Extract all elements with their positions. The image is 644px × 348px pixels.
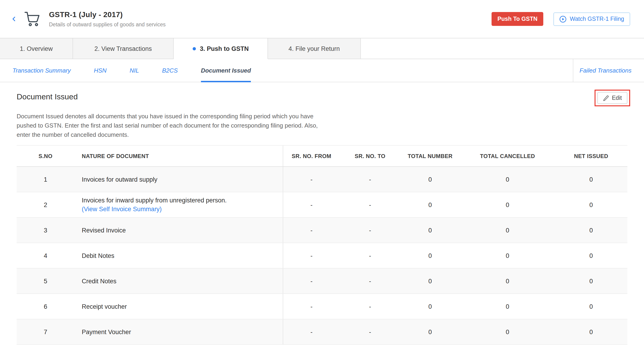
col-sno: S.NO (17, 145, 74, 167)
step-tabs-filler (361, 38, 644, 59)
tab-view-transactions[interactable]: 2. View Transactions (73, 38, 174, 59)
section-head: Document Issued Edit (0, 82, 644, 106)
sno-cell: 1 (17, 167, 74, 192)
sr-no-to-cell: - (340, 217, 400, 243)
net-issued-cell: 0 (555, 217, 627, 243)
push-to-gstn-button[interactable]: Push To GSTN (492, 12, 544, 26)
watch-gstr1-filing-button[interactable]: Watch GSTR-1 Filing (554, 12, 630, 26)
nature-text: Debit Notes (82, 252, 282, 259)
tab-label: 3. Push to GSTN (200, 45, 249, 52)
total-cancelled-cell: 0 (460, 167, 555, 192)
subtab-hsn[interactable]: HSN (94, 59, 106, 82)
total-cancelled-cell: 0 (460, 192, 555, 217)
subtab-list: Transaction Summary HSN NIL B2CS Documen… (0, 59, 251, 82)
subtab-label: B2CS (162, 67, 178, 74)
tab-label: 2. View Transactions (94, 45, 152, 52)
total-number-cell: 0 (400, 319, 460, 344)
nature-text: Invoices for inward supply from unregist… (82, 197, 282, 204)
active-step-dot (192, 47, 196, 50)
table-row: 2 Invoices for inward supply from unregi… (17, 192, 627, 217)
watch-button-label: Watch GSTR-1 Filing (570, 16, 624, 22)
nature-cell: Credit Notes (74, 268, 283, 294)
sr-no-from-cell: - (283, 268, 340, 294)
nature-cell: Debit Notes (74, 243, 283, 268)
sr-no-to-cell: - (340, 268, 400, 294)
sno-cell: 2 (17, 192, 74, 217)
title-block: GSTR-1 (July - 2017) Details of outward … (49, 11, 166, 27)
nature-cell: Invoices for outward supply (74, 167, 283, 192)
gstr1-page: GSTR-1 (July - 2017) Details of outward … (0, 0, 644, 348)
total-number-cell: 0 (400, 294, 460, 319)
total-cancelled-cell: 0 (460, 243, 555, 268)
failed-transactions-link[interactable]: Failed Transactions (572, 59, 644, 82)
total-cancelled-cell: 0 (460, 294, 555, 319)
col-sr-no-to: SR. NO. TO (340, 145, 400, 167)
nature-text: Payment Voucher (82, 328, 282, 335)
subtab-label: Transaction Summary (12, 67, 71, 74)
sr-no-to-cell: - (340, 243, 400, 268)
section-title: Document Issued (17, 90, 78, 102)
view-self-invoice-link[interactable]: (View Self Invoice Summary) (82, 206, 162, 213)
total-cancelled-cell: 0 (460, 319, 555, 344)
table-row: 1 Invoices for outward supply - - 0 0 0 (17, 167, 627, 192)
sr-no-from-cell: - (283, 243, 340, 268)
net-issued-cell: 0 (555, 167, 627, 192)
sno-cell: 3 (17, 217, 74, 243)
back-button[interactable] (10, 15, 18, 23)
tab-label: 1. Overview (20, 45, 53, 52)
document-table-body: 1 Invoices for outward supply - - 0 0 0 … (17, 167, 627, 344)
sno-cell: 4 (17, 243, 74, 268)
header-actions: Push To GSTN Watch GSTR-1 Filing (492, 12, 630, 26)
edit-button[interactable]: Edit (598, 92, 627, 104)
sr-no-to-cell: - (340, 319, 400, 344)
subtab-nil[interactable]: NIL (130, 59, 139, 82)
total-cancelled-cell: 0 (460, 217, 555, 243)
total-number-cell: 0 (400, 217, 460, 243)
col-total-cancelled: TOTAL CANCELLED (460, 145, 555, 167)
sr-no-to-cell: - (340, 294, 400, 319)
chevron-left-icon (10, 15, 18, 23)
report-subtabs: Transaction Summary HSN NIL B2CS Documen… (0, 59, 644, 82)
tab-file-your-return[interactable]: 4. File your Return (268, 38, 361, 59)
subtab-document-issued[interactable]: Document Issued (201, 59, 251, 82)
nature-text: Revised Invoice (82, 227, 282, 234)
total-number-cell: 0 (400, 192, 460, 217)
nature-text: Invoices for outward supply (82, 176, 282, 183)
col-total-number: TOTAL NUMBER (400, 145, 460, 167)
edit-button-highlight: Edit (595, 90, 630, 106)
total-number-cell: 0 (400, 268, 460, 294)
table-header: S.NO NATURE OF DOCUMENT SR. NO. FROM SR.… (17, 145, 627, 167)
nature-cell: Payment Voucher (74, 319, 283, 344)
table-row: 7 Payment Voucher - - 0 0 0 (17, 319, 627, 344)
step-tabs: 1. Overview 2. View Transactions 3. Push… (0, 38, 644, 59)
net-issued-cell: 0 (555, 268, 627, 294)
document-issued-table: S.NO NATURE OF DOCUMENT SR. NO. FROM SR.… (17, 145, 627, 345)
sr-no-from-cell: - (283, 217, 340, 243)
table-row: 3 Revised Invoice - - 0 0 0 (17, 217, 627, 243)
sno-cell: 6 (17, 294, 74, 319)
total-number-cell: 0 (400, 167, 460, 192)
sr-no-to-cell: - (340, 167, 400, 192)
total-cancelled-cell: 0 (460, 268, 555, 294)
page-subtitle: Details of outward supplies of goods and… (49, 22, 166, 27)
subtab-label: HSN (94, 67, 106, 74)
net-issued-cell: 0 (555, 319, 627, 344)
cart-icon (23, 11, 42, 27)
tab-overview[interactable]: 1. Overview (0, 38, 73, 59)
play-icon (560, 16, 566, 23)
sr-no-from-cell: - (283, 294, 340, 319)
col-nature-of-document: NATURE OF DOCUMENT (74, 145, 283, 167)
subtab-b2cs[interactable]: B2CS (162, 59, 178, 82)
nature-text: Credit Notes (82, 277, 282, 284)
tab-push-to-gstn[interactable]: 3. Push to GSTN (174, 38, 268, 59)
section-description: Document Issued denotes all documents th… (17, 112, 324, 140)
failed-transactions-label: Failed Transactions (580, 67, 632, 74)
subtab-transaction-summary[interactable]: Transaction Summary (12, 59, 71, 82)
tab-label: 4. File your Return (288, 45, 340, 52)
table-row: 4 Debit Notes - - 0 0 0 (17, 243, 627, 268)
col-sr-no-from: SR. NO. FROM (283, 145, 340, 167)
edit-button-label: Edit (612, 95, 622, 101)
nature-cell: Receipt voucher (74, 294, 283, 319)
total-number-cell: 0 (400, 243, 460, 268)
nature-text: Receipt voucher (82, 303, 282, 310)
